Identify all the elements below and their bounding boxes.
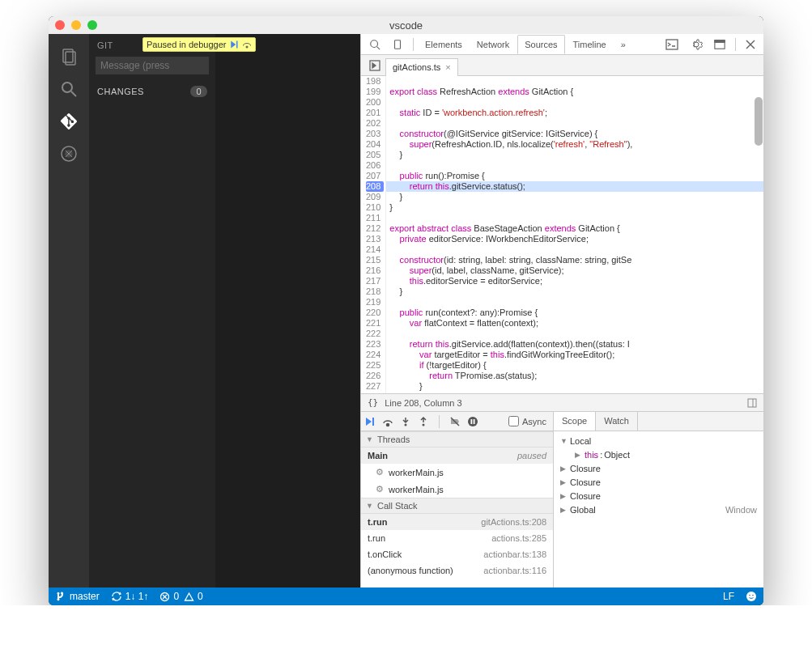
pause-badge-label: Paused in debugger (147, 40, 226, 49)
tab-timeline[interactable]: Timeline (567, 36, 613, 53)
activity-bar (49, 34, 89, 588)
svg-point-7 (246, 46, 249, 49)
svg-rect-26 (474, 419, 475, 424)
async-checkbox[interactable]: Async (508, 416, 546, 426)
scope-variable[interactable]: ▶this: Object (560, 448, 757, 462)
paused-in-debugger-badge: Paused in debugger (142, 37, 256, 52)
svg-rect-25 (471, 419, 473, 424)
stack-frame[interactable]: t.onClickactionbar.ts:138 (361, 546, 553, 562)
git-sync[interactable]: 1↓ 1↑ (111, 591, 149, 602)
debugger-toolbar: Async (361, 412, 553, 431)
errors-count[interactable]: 0 (159, 591, 179, 602)
svg-rect-11 (666, 40, 678, 49)
resume-button[interactable] (364, 416, 376, 427)
console-icon[interactable] (661, 36, 683, 53)
step-out-button[interactable] (418, 416, 429, 427)
svg-rect-13 (715, 40, 725, 42)
scope-entry[interactable]: ▶Closure (560, 462, 757, 476)
settings-icon[interactable] (685, 35, 708, 54)
source-scrollbar[interactable] (754, 76, 763, 393)
svg-point-31 (749, 595, 750, 596)
file-tab-bar: gitActions.ts × (361, 55, 763, 76)
explorer-icon[interactable] (49, 40, 88, 73)
svg-point-22 (423, 423, 425, 426)
file-tab-label: gitActions.ts (393, 62, 440, 72)
svg-point-5 (66, 151, 72, 157)
status-bar: master 1↓ 1↑ 0 0 LF (49, 588, 763, 605)
changes-count-badge: 0 (190, 86, 207, 97)
debug-icon[interactable] (49, 138, 88, 170)
step-into-button[interactable] (400, 416, 411, 427)
source-status-bar: {} Line 208, Column 3 (361, 393, 763, 411)
inspect-icon[interactable] (364, 36, 385, 53)
panel-title: GIT (97, 40, 113, 50)
svg-rect-19 (372, 418, 374, 426)
git-panel: GIT Paused in debugger CHANGES 0 (89, 34, 215, 588)
deactivate-breakpoints-button[interactable] (449, 416, 461, 427)
thread-worker[interactable]: ⚙workerMain.js (361, 481, 553, 498)
close-file-tab-icon[interactable]: × (445, 62, 450, 72)
callstack-header[interactable]: ▼Call Stack (361, 498, 553, 514)
scope-entry[interactable]: ▶Closure (560, 490, 757, 503)
git-icon[interactable] (49, 105, 88, 138)
titlebar: vscode (49, 16, 763, 34)
window-close-button[interactable] (55, 20, 65, 30)
svg-rect-10 (395, 40, 401, 49)
dock-icon[interactable] (709, 36, 730, 53)
tab-sources[interactable]: Sources (517, 35, 564, 54)
watch-tab[interactable]: Watch (596, 412, 638, 431)
window-minimize-button[interactable] (71, 20, 81, 30)
resume-icon[interactable] (229, 40, 239, 49)
close-devtools-icon[interactable] (741, 36, 760, 53)
window-maximize-button[interactable] (87, 20, 97, 30)
sidebar-toggle-icon[interactable] (747, 398, 757, 408)
devtools-toolbar: Elements Network Sources Timeline » (361, 34, 763, 55)
step-over-icon[interactable] (242, 40, 252, 49)
file-tab[interactable]: gitActions.ts × (385, 58, 458, 76)
search-icon[interactable] (49, 73, 88, 105)
svg-point-20 (387, 423, 389, 426)
debugger-pane: Async ▼Threads Main paused ⚙workerMain.j… (361, 411, 763, 588)
tabs-overflow[interactable]: » (614, 36, 632, 53)
stack-frame[interactable]: (anonymous function)actionbar.ts:116 (361, 562, 553, 579)
svg-point-30 (746, 592, 756, 601)
git-branch[interactable]: master (55, 591, 100, 602)
svg-rect-17 (748, 399, 756, 407)
stack-frame[interactable]: t.runactions.ts:285 (361, 530, 553, 546)
editor-area: Elements Network Sources Timeline » (215, 34, 763, 588)
svg-line-3 (71, 91, 76, 96)
cursor-position: Line 208, Column 3 (385, 398, 747, 408)
thread-main[interactable]: Main paused (361, 448, 553, 464)
scope-entry[interactable]: ▶Closure (560, 476, 757, 490)
navigator-icon[interactable] (364, 60, 385, 71)
device-icon[interactable] (387, 36, 408, 53)
scope-entry[interactable]: ▶GlobalWindow (560, 503, 757, 517)
svg-rect-6 (236, 41, 238, 49)
svg-point-21 (405, 423, 407, 426)
warnings-count[interactable]: 0 (184, 591, 203, 602)
svg-point-24 (468, 417, 478, 426)
threads-header[interactable]: ▼Threads (361, 431, 553, 448)
svg-point-8 (371, 40, 378, 47)
window-title: vscode (389, 19, 423, 32)
pause-exceptions-button[interactable] (467, 416, 478, 427)
source-editor[interactable]: 1981992002012022032042052062072082092102… (361, 76, 763, 393)
devtools-panel: Elements Network Sources Timeline » (360, 34, 763, 588)
tab-network[interactable]: Network (470, 36, 516, 53)
changes-label: CHANGES (97, 87, 144, 96)
step-over-button[interactable] (382, 416, 393, 427)
stack-frame[interactable]: t.rungitActions.ts:208 (361, 514, 553, 530)
commit-message-input[interactable] (96, 57, 209, 74)
svg-point-32 (752, 595, 754, 596)
svg-line-9 (377, 46, 380, 49)
scope-entry[interactable]: ▼Local (560, 435, 757, 448)
tab-elements[interactable]: Elements (419, 36, 469, 53)
svg-point-2 (62, 83, 72, 92)
thread-worker[interactable]: ⚙workerMain.js (361, 464, 553, 481)
line-ending[interactable]: LF (723, 591, 734, 602)
scope-tab[interactable]: Scope (554, 412, 596, 431)
scope-tabs: Scope Watch (554, 412, 763, 431)
feedback-icon[interactable] (746, 591, 757, 602)
